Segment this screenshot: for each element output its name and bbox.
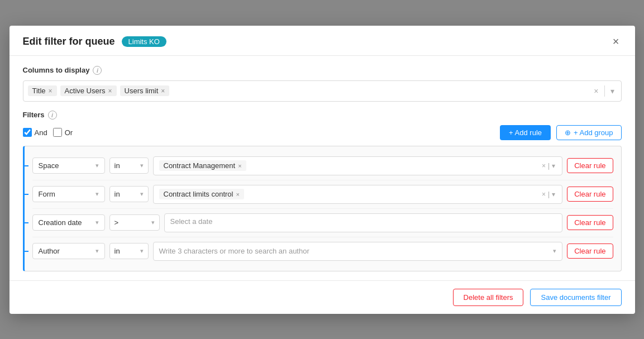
column-tag-users-limit: Users limit × xyxy=(120,85,170,96)
filters-toolbar: And Or + Add rule ⊕ + Add group xyxy=(23,125,622,140)
queue-badge: Limits KO xyxy=(122,36,166,47)
rule-connector-creation-date xyxy=(23,222,28,223)
rule-field-space[interactable]: Space ▾ xyxy=(32,157,105,174)
column-tag-active-users: Active Users × xyxy=(60,85,117,96)
clear-columns-button[interactable]: × xyxy=(591,85,600,97)
modal-close-button[interactable]: × xyxy=(610,36,622,47)
value-tag-contract-limits: Contract limits control × xyxy=(159,189,244,199)
clear-rule-form[interactable]: Clear rule xyxy=(567,187,613,202)
delete-all-filters-button[interactable]: Delete all filters xyxy=(453,289,524,306)
filters-section: Filters i And Or + Add rule ⊕ + xyxy=(23,111,622,271)
rule-field-author-arrow: ▾ xyxy=(96,247,99,255)
rule-field-form-arrow: ▾ xyxy=(96,190,99,198)
expand-columns-button[interactable]: ▾ xyxy=(608,85,617,97)
rule-op-space[interactable]: in ▾ xyxy=(109,157,149,174)
columns-divider xyxy=(604,85,605,97)
remove-value-contract-limits[interactable]: × xyxy=(236,191,239,198)
remove-column-active-users[interactable]: × xyxy=(108,88,112,94)
and-checkbox-label[interactable]: And xyxy=(23,128,47,137)
add-rule-button[interactable]: + Add rule xyxy=(500,125,551,140)
rule-row-space: Space ▾ in ▾ Contract Management × xyxy=(32,152,613,180)
rule-field-creation-date[interactable]: Creation date ▾ xyxy=(32,214,105,231)
author-dropdown-arrow: ▾ xyxy=(553,247,556,255)
rule-field-space-arrow: ▾ xyxy=(96,162,99,169)
rule-connector-form xyxy=(23,194,28,195)
rule-value-space[interactable]: Contract Management × × | ▾ xyxy=(153,156,563,175)
modal-header: Edit filter for queue Limits KO × xyxy=(9,26,635,56)
rule-connector-author xyxy=(23,251,28,252)
save-documents-filter-button[interactable]: Save documents filter xyxy=(530,289,621,306)
modal-overlay: Edit filter for queue Limits KO × Column… xyxy=(0,0,644,339)
modal-title: Edit filter for queue xyxy=(23,36,115,47)
add-group-button[interactable]: ⊕ + Add group xyxy=(556,125,621,140)
rule-op-form-arrow: ▾ xyxy=(140,190,144,198)
rule-row-creation-date: Creation date ▾ > ▾ Select a date Clear … xyxy=(32,209,613,237)
value-clear-form[interactable]: × | ▾ xyxy=(541,190,556,198)
rule-op-creation-date[interactable]: > ▾ xyxy=(109,214,160,231)
rule-op-author-arrow: ▾ xyxy=(140,247,144,255)
column-tag-title: Title × xyxy=(28,85,57,96)
columns-info-icon: i xyxy=(93,66,102,75)
rule-op-form[interactable]: in ▾ xyxy=(109,186,149,202)
remove-value-contract-mgmt[interactable]: × xyxy=(238,163,241,169)
rule-value-creation-date[interactable]: Select a date xyxy=(164,213,563,232)
rule-op-space-arrow: ▾ xyxy=(140,162,144,169)
rule-field-author[interactable]: Author ▾ xyxy=(32,243,105,259)
modal: Edit filter for queue Limits KO × Column… xyxy=(9,26,635,314)
rule-value-author[interactable]: Write 3 characters or more to search an … xyxy=(153,242,563,261)
rule-op-author[interactable]: in ▾ xyxy=(109,243,149,259)
rules-container: Space ▾ in ▾ Contract Management × xyxy=(23,146,622,271)
columns-section-label: Columns to display i xyxy=(23,66,622,75)
clear-rule-space[interactable]: Clear rule xyxy=(567,158,613,173)
value-clear-space[interactable]: × | ▾ xyxy=(541,162,556,170)
rule-op-creation-date-arrow: ▾ xyxy=(151,219,155,226)
columns-display: Title × Active Users × Users limit × × ▾ xyxy=(23,80,622,102)
filters-info-icon: i xyxy=(48,111,57,120)
remove-column-users-limit[interactable]: × xyxy=(161,88,165,94)
clear-rule-author[interactable]: Clear rule xyxy=(567,243,613,259)
rule-row-author: Author ▾ in ▾ Write 3 characters or more… xyxy=(32,237,613,265)
remove-column-title[interactable]: × xyxy=(49,88,53,94)
modal-body: Columns to display i Title × Active User… xyxy=(9,56,635,280)
and-checkbox[interactable] xyxy=(23,128,32,137)
rule-field-creation-date-arrow: ▾ xyxy=(96,219,99,226)
clear-rule-creation-date[interactable]: Clear rule xyxy=(567,215,613,230)
add-group-icon: ⊕ xyxy=(565,128,571,137)
rule-field-form[interactable]: Form ▾ xyxy=(32,186,105,202)
value-tag-contract-mgmt: Contract Management × xyxy=(159,160,246,171)
rule-row-form: Form ▾ in ▾ Contract limits control × xyxy=(32,180,613,209)
rule-value-form[interactable]: Contract limits control × × | ▾ xyxy=(153,185,563,204)
modal-footer: Delete all filters Save documents filter xyxy=(9,280,635,314)
columns-actions: × ▾ xyxy=(591,85,616,97)
or-checkbox-label[interactable]: Or xyxy=(53,128,73,137)
or-checkbox[interactable] xyxy=(53,128,62,137)
rule-connector-space xyxy=(23,165,28,166)
filters-section-label: Filters i xyxy=(23,111,622,120)
